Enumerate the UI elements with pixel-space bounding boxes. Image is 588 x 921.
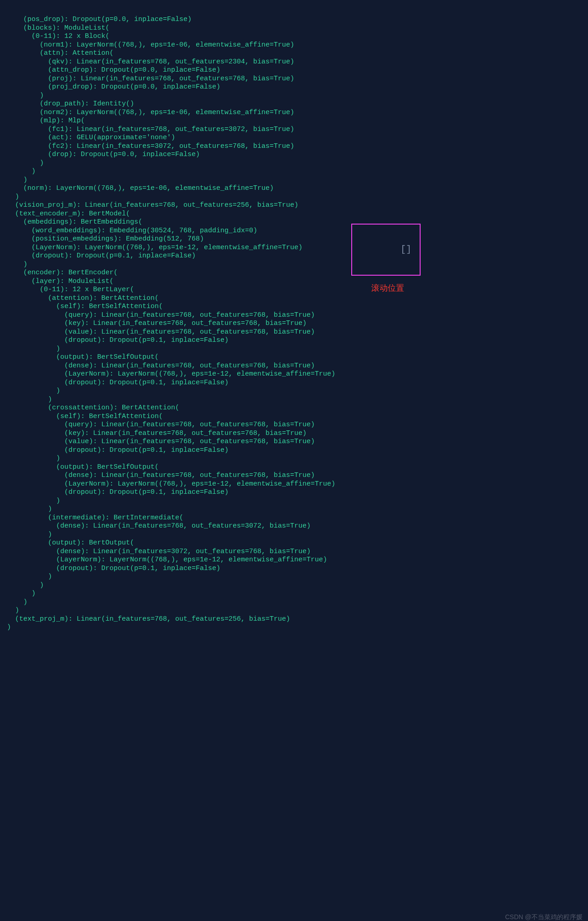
scroll-position-highlight-box: [] bbox=[351, 224, 421, 276]
csdn-watermark: CSDN @不当菜鸡的程序媛 bbox=[505, 913, 583, 921]
model-structure-code[interactable]: (pos_drop): Dropout(p=0.0, inplace=False… bbox=[0, 16, 588, 632]
bracket-glyph-icon: [] bbox=[401, 246, 411, 254]
scroll-position-caption: 滚动位置 bbox=[371, 284, 404, 293]
code-viewport: (pos_drop): Dropout(p=0.0, inplace=False… bbox=[0, 0, 588, 921]
